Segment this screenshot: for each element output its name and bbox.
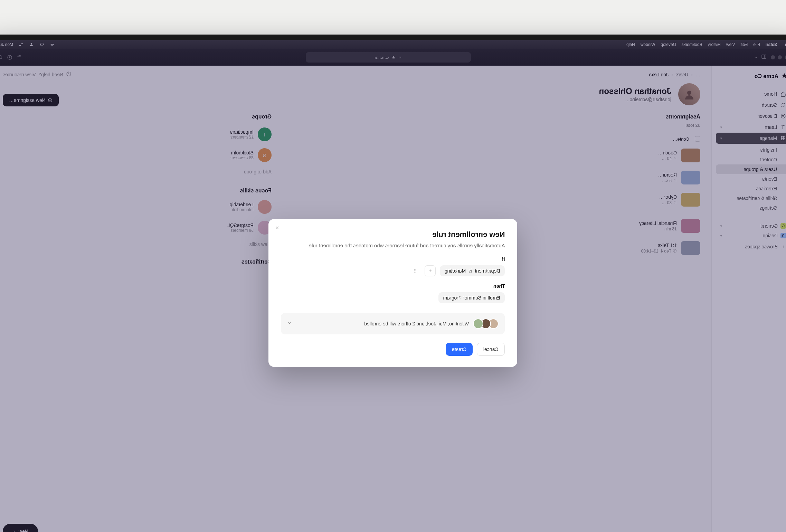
modal-description: Automatically enrolls any current and fu… bbox=[281, 242, 505, 250]
svg-point-19 bbox=[415, 270, 415, 271]
condition-chip[interactable]: Department is Marketing bbox=[440, 265, 505, 276]
svg-point-20 bbox=[415, 272, 415, 273]
chevron-down-icon bbox=[287, 321, 292, 327]
condition-menu-button[interactable] bbox=[409, 265, 420, 276]
cancel-button[interactable]: Cancel bbox=[477, 343, 505, 356]
preview-avatars bbox=[473, 319, 499, 329]
preview-text: Valentino, Mai, Joel, and 2 others will … bbox=[296, 321, 469, 326]
add-condition-button[interactable] bbox=[425, 265, 436, 276]
action-chip[interactable]: Enroll in Summer Program bbox=[438, 292, 505, 303]
cond-field: Department bbox=[475, 268, 500, 274]
svg-point-18 bbox=[415, 269, 415, 270]
modal-overlay: New enrollment rule Automatically enroll… bbox=[0, 40, 786, 532]
if-label: If bbox=[281, 256, 505, 262]
preview-row[interactable]: Valentino, Mai, Joel, and 2 others will … bbox=[281, 313, 505, 334]
cond-value: Marketing bbox=[445, 268, 466, 274]
action-text: Enroll in Summer Program bbox=[443, 295, 500, 301]
modal-title: New enrollment rule bbox=[281, 230, 505, 239]
close-modal-button[interactable] bbox=[275, 225, 280, 231]
create-button[interactable]: Create bbox=[446, 343, 473, 356]
then-label: Then bbox=[281, 283, 505, 289]
enrollment-modal: New enrollment rule Automatically enroll… bbox=[269, 219, 518, 367]
cond-op: is bbox=[468, 268, 472, 274]
